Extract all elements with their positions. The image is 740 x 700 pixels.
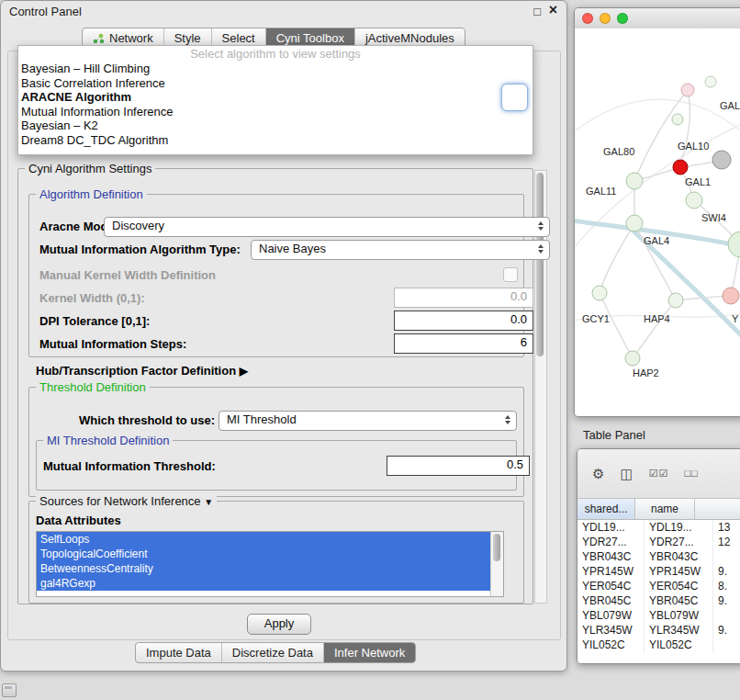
network-view-window: GAL8 GAL80 GAL10 GAL11 GAL1 SWI4 GAL4 GC… (574, 7, 740, 417)
table-row[interactable]: YER054CYER054C8. (577, 579, 740, 593)
algorithm-dropdown-popup: Select algorithm to view settings Bayesi… (17, 45, 533, 155)
dropdown-item-bayesian-k2[interactable]: Bayesian – K2 (18, 119, 533, 133)
bottom-tab-bar: Impute Data Discretize Data Infer Networ… (135, 642, 416, 663)
focused-spinner-control[interactable] (501, 84, 528, 111)
column-header-shared-name[interactable]: shared... (577, 499, 635, 519)
group-title: Algorithm Definition (36, 187, 147, 201)
dropdown-item-bayesian-hill-climbing[interactable]: Bayesian – Hill Climbing (18, 62, 533, 76)
control-panel-window: Control Panel □ × Network Style Select C… (0, 0, 567, 672)
node-label: SWI4 (701, 212, 726, 223)
list-item[interactable]: SelfLoops (37, 532, 491, 547)
node-pink[interactable] (723, 288, 739, 304)
dpi-tolerance-label: DPI Tolerance [0,1]: (39, 314, 150, 328)
node-label: GAL1 (685, 176, 711, 187)
table-panel-title: Table Panel (583, 428, 645, 442)
close-icon[interactable]: × (549, 2, 557, 18)
node-gal11[interactable] (626, 173, 643, 189)
node-label: HAP2 (633, 367, 659, 378)
manual-kernel-width-label: Manual Kernel Width Definition (39, 268, 216, 282)
dpi-tolerance-field[interactable]: 0.0 (394, 310, 533, 331)
kernel-width-field[interactable]: 0.0 (394, 288, 533, 308)
window-title: Control Panel (9, 5, 82, 18)
table-row[interactable]: YBR045CYBR045C9. (577, 593, 740, 608)
tab-discretize-data[interactable]: Discretize Data (222, 643, 324, 662)
collapsed-panel-icon[interactable] (2, 683, 17, 697)
node[interactable] (672, 114, 683, 125)
aracne-mode-select[interactable]: Discovery (104, 217, 550, 237)
table-row[interactable]: YLR345WYLR345W9. (577, 623, 740, 638)
sources-group-title[interactable]: Sources for Network Inference ▼ (36, 494, 217, 509)
dropdown-item-mutual-information[interactable]: Mutual Information Inference (18, 105, 533, 119)
deselect-all-checkboxes-icon[interactable]: □□ (684, 469, 698, 479)
node-gcy1[interactable] (592, 286, 607, 300)
column-header[interactable] (695, 499, 740, 519)
columns-icon[interactable]: ◫ (620, 467, 633, 480)
dropdown-item-aracne[interactable]: ARACNE Algorithm (18, 90, 533, 105)
tab-impute-data[interactable]: Impute Data (136, 643, 222, 662)
node-label: HAP4 (644, 313, 670, 324)
network-window-titlebar[interactable] (575, 8, 740, 29)
group-title: MI Threshold Definition (43, 434, 173, 447)
which-threshold-select[interactable]: MI Threshold (219, 411, 517, 431)
float-window-icon[interactable]: □ (533, 5, 541, 18)
zoom-traffic-light-icon[interactable] (617, 13, 628, 24)
node[interactable] (668, 293, 683, 308)
node-red[interactable] (673, 160, 688, 175)
list-item[interactable]: BetweennessCentrality (37, 561, 491, 576)
table-row[interactable]: YBL079WYBL079W (577, 608, 740, 623)
mi-threshold-label: Mutual Information Threshold: (43, 459, 216, 473)
mi-steps-field[interactable]: 6 (394, 333, 533, 354)
node[interactable] (728, 231, 740, 257)
node[interactable] (705, 76, 716, 87)
table-row[interactable]: YIL052CYIL052C (577, 638, 740, 652)
list-item[interactable]: gal4RGexp (37, 576, 491, 591)
node-label: GAL8 (720, 100, 740, 111)
node[interactable] (681, 84, 694, 96)
network-canvas[interactable]: GAL8 GAL80 GAL10 GAL11 GAL1 SWI4 GAL4 GC… (575, 28, 740, 416)
table-row[interactable]: YPR145WYPR145W9. (577, 564, 740, 579)
mi-algorithm-type-label: Mutual Information Algorithm Type: (39, 243, 241, 256)
node-gal1[interactable] (686, 192, 702, 209)
network-graph: GAL8 GAL80 GAL10 GAL11 GAL1 SWI4 GAL4 GC… (575, 28, 740, 416)
table-row[interactable]: YDR27...YDR27...12 (577, 535, 740, 549)
scrollbar-thumb[interactable] (536, 173, 544, 356)
node-gal10[interactable] (712, 151, 731, 169)
close-traffic-light-icon[interactable] (582, 13, 593, 24)
minimize-traffic-light-icon[interactable] (600, 13, 611, 24)
dropdown-item-basic-correlation[interactable]: Basic Correlation Inference (18, 76, 533, 91)
scrollbar-thumb[interactable] (493, 534, 500, 561)
node-gal4[interactable] (626, 215, 643, 231)
table-panel-window: ⚙ ◫ ☑☑ □□ shared... name YDL19...YDL19..… (577, 448, 740, 664)
table-row[interactable]: YBR043CYBR043C (577, 549, 740, 564)
mi-steps-label: Mutual Information Steps: (39, 337, 186, 351)
dropdown-placeholder: Select algorithm to view settings (18, 47, 533, 62)
manual-kernel-width-checkbox[interactable] (503, 267, 518, 282)
node-label: GAL11 (586, 186, 616, 197)
tab-infer-network[interactable]: Infer Network (324, 643, 415, 662)
kernel-width-label: Kernel Width (0,1): (39, 291, 145, 305)
table-row[interactable]: YDL19...YDL19...13 (577, 520, 740, 535)
data-attributes-label: Data Attributes (36, 514, 121, 527)
list-scrollbar[interactable] (490, 532, 503, 596)
combo-arrows-icon (538, 244, 544, 254)
hub-definition-toggle[interactable]: Hub/Transcription Factor Definition ▶ (36, 364, 248, 378)
gear-icon[interactable]: ⚙ (592, 467, 604, 480)
expand-arrow-icon: ▶ (240, 365, 248, 378)
node-label: GAL80 (603, 146, 634, 157)
collapse-arrow-icon: ▼ (204, 497, 213, 507)
node-label: Y (732, 313, 739, 324)
mi-algorithm-type-select[interactable]: Naive Bayes (251, 240, 550, 260)
list-item[interactable]: TopologicalCoefficient (37, 547, 491, 561)
apply-button[interactable]: Apply (247, 614, 311, 635)
dropdown-item-dream8[interactable]: Dream8 DC_TDC Algorithm (18, 133, 533, 148)
column-header-name[interactable]: name (635, 499, 695, 519)
data-attributes-list[interactable]: SelfLoops TopologicalCoefficient Between… (36, 531, 504, 597)
select-all-checkboxes-icon[interactable]: ☑☑ (649, 469, 669, 479)
desktop: Control Panel □ × Network Style Select C… (0, 0, 740, 700)
group-title: Cyni Algorithm Settings (25, 162, 155, 175)
mi-threshold-field[interactable]: 0.5 (387, 456, 530, 476)
table-toolbar: ⚙ ◫ ☑☑ □□ (577, 449, 740, 499)
node-label: GAL4 (644, 235, 669, 246)
tab-label: Network (109, 31, 153, 45)
node-hap2[interactable] (625, 351, 640, 366)
